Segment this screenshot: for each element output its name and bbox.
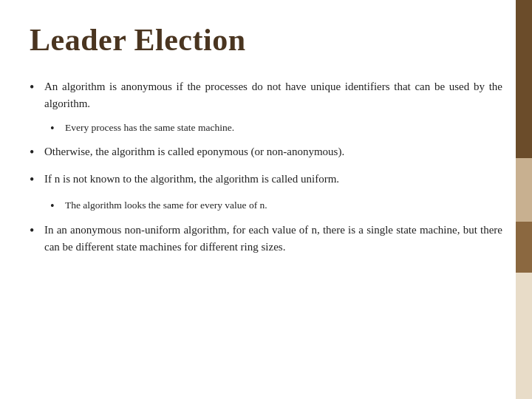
bullet-text-2: Otherwise, the algorithm is called epony… [44,143,502,160]
slide-container: Leader Election • An algorithm is anonym… [0,0,532,399]
slide-title: Leader Election [30,22,502,58]
bullet-text-4: In an anonymous non-uniform algorithm, f… [44,222,502,256]
sub-bullet-item-1-1: • Every process has the same state machi… [50,120,502,138]
bullet-text-1: An algorithm is anonymous if the process… [44,78,502,113]
bar-top [516,0,532,158]
content-area: • An algorithm is anonymous if the proce… [30,78,502,256]
bullet-item-4: • In an anonymous non-uniform algorithm,… [30,222,502,256]
bar-mid [516,158,532,222]
sub-bullet-dot-3-1: • [50,197,65,216]
bullet-text-3: If n is not known to the algorithm, the … [44,171,502,188]
bar-bottom [516,222,532,273]
sub-bullet-item-3-1: • The algorithm looks the same for every… [50,198,502,216]
bar-footer [516,273,532,399]
bullet-dot-4: • [30,221,44,242]
bullet-dot-3: • [30,170,44,191]
sub-bullet-text-1-1: Every process has the same state machine… [65,120,502,136]
bullet-item-3: • If n is not known to the algorithm, th… [30,171,502,191]
bullet-dot-2: • [30,143,44,163]
bullet-item-1: • An algorithm is anonymous if the proce… [30,78,502,113]
bullet-dot-1: • [30,78,44,98]
sub-bullet-dot-1-1: • [50,120,65,138]
right-decorative-bars [516,0,532,399]
bullet-item-2: • Otherwise, the algorithm is called epo… [30,143,502,163]
sub-bullet-text-3-1: The algorithm looks the same for every v… [65,198,502,214]
